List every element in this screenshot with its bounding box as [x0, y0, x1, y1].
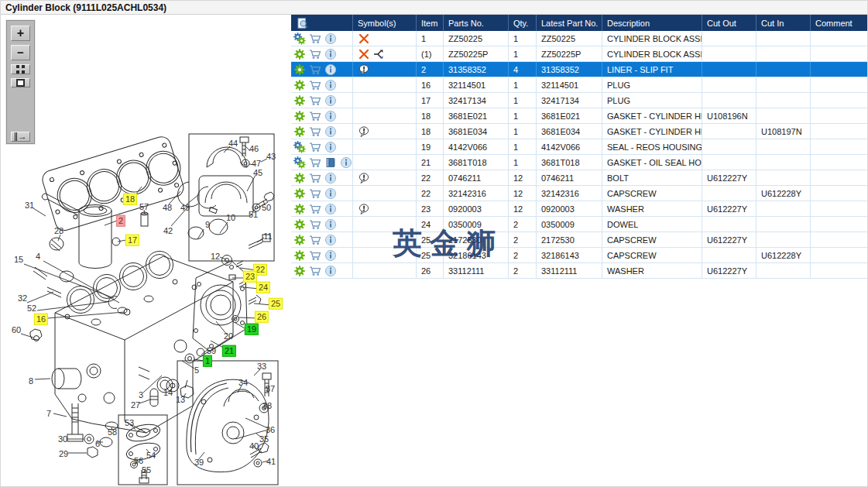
- gear-icon[interactable]: [293, 94, 306, 107]
- part-label-51[interactable]: 51: [247, 210, 259, 220]
- part-label-60[interactable]: 60: [10, 325, 22, 335]
- table-row[interactable]: (1)ZZ50225P1ZZ50225PCYLINDER BLOCK ASSEM…: [291, 46, 868, 62]
- part-label-16[interactable]: 16: [34, 314, 48, 325]
- table-row[interactable]: 24035000920350009DOWEL: [291, 217, 868, 232]
- part-label-46[interactable]: 46: [248, 144, 260, 154]
- cart-icon[interactable]: [309, 141, 321, 153]
- part-label-4[interactable]: 4: [34, 252, 42, 262]
- info-icon[interactable]: [340, 156, 352, 169]
- gear-icon[interactable]: [293, 110, 306, 122]
- part-label-15[interactable]: 15: [12, 255, 25, 265]
- column-header-cut_in[interactable]: Cut In: [756, 15, 811, 31]
- part-label-11[interactable]: 11: [262, 231, 273, 242]
- multi-view-button[interactable]: [11, 64, 30, 74]
- part-label-21[interactable]: 21: [222, 345, 236, 357]
- part-label-48[interactable]: 48: [161, 203, 173, 213]
- table-row[interactable]: 1ZZ502251ZZ50225CYLINDER BLOCK ASSEMB: [291, 31, 868, 46]
- part-label-24[interactable]: 24: [256, 282, 270, 293]
- gear-icon[interactable]: [293, 79, 306, 91]
- info-icon[interactable]: [324, 125, 337, 138]
- info-icon[interactable]: [324, 94, 337, 107]
- column-header-qty[interactable]: Qty.: [509, 15, 537, 31]
- part-label-55[interactable]: 55: [140, 465, 153, 475]
- part-label-33[interactable]: 33: [256, 362, 268, 372]
- part-label-3[interactable]: 3: [137, 390, 145, 400]
- cart-icon[interactable]: [309, 94, 321, 107]
- gears-icon[interactable]: [293, 141, 306, 153]
- table-row[interactable]: 194142V06614142V066SEAL - REOS HOUSING: [291, 139, 868, 155]
- info-icon[interactable]: [324, 265, 337, 277]
- info-icon[interactable]: [324, 249, 337, 262]
- part-label-53[interactable]: 53: [123, 418, 136, 428]
- cart-icon[interactable]: [309, 218, 321, 231]
- table-row[interactable]: 2633112111233112111WASHERU612227Y: [291, 263, 868, 279]
- gear-icon[interactable]: [293, 48, 306, 60]
- part-label-45[interactable]: 45: [252, 168, 264, 178]
- toggle-panel-button[interactable]: [11, 132, 30, 142]
- part-label-38[interactable]: 38: [261, 401, 273, 411]
- part-label-9[interactable]: 9: [204, 220, 211, 230]
- part-label-34[interactable]: 34: [237, 378, 249, 388]
- cart-icon[interactable]: [309, 63, 321, 76]
- part-label-29[interactable]: 29: [57, 449, 70, 459]
- cart-icon[interactable]: [309, 234, 321, 246]
- cart-icon[interactable]: [309, 48, 321, 60]
- part-label-8[interactable]: 8: [27, 376, 35, 386]
- part-label-58[interactable]: 58: [106, 427, 118, 437]
- part-label-44[interactable]: 44: [227, 139, 239, 149]
- cart-icon[interactable]: [309, 249, 321, 262]
- gear-icon[interactable]: [293, 218, 306, 231]
- info-icon[interactable]: [324, 203, 337, 215]
- part-label-10[interactable]: 10: [225, 213, 237, 223]
- gear-icon[interactable]: [293, 203, 306, 215]
- gears-icon[interactable]: [293, 156, 306, 169]
- part-label-54[interactable]: 54: [145, 451, 157, 461]
- column-header-parts_no[interactable]: Parts No.: [444, 15, 509, 31]
- part-label-1[interactable]: 1: [203, 355, 212, 367]
- column-header-cut_out[interactable]: Cut Out: [702, 15, 756, 31]
- table-row[interactable]: 22321423161232142316CAPSCREWU612228Y: [291, 186, 868, 201]
- part-label-37[interactable]: 37: [264, 384, 276, 394]
- part-label-19[interactable]: 19: [245, 324, 259, 335]
- column-header-item[interactable]: Item: [417, 15, 444, 31]
- part-label-7[interactable]: 7: [45, 409, 53, 419]
- part-label-32[interactable]: 32: [16, 293, 29, 304]
- table-row[interactable]: 183681E02113681E021GASKET - CYLINDER HEA…: [291, 108, 868, 124]
- part-label-23[interactable]: 23: [243, 271, 257, 283]
- info-icon[interactable]: [324, 63, 337, 76]
- column-header-comment[interactable]: Comment: [811, 15, 868, 31]
- part-label-43[interactable]: 43: [265, 152, 277, 162]
- single-view-button[interactable]: [11, 78, 30, 87]
- part-label-14[interactable]: 14: [162, 388, 174, 398]
- part-label-17[interactable]: 17: [125, 235, 139, 246]
- cart-icon[interactable]: [309, 172, 321, 184]
- part-label-12[interactable]: 12: [209, 252, 221, 262]
- gear-icon[interactable]: [293, 187, 306, 200]
- info-icon[interactable]: [324, 48, 337, 60]
- gear-icon[interactable]: [293, 234, 306, 246]
- zoom-out-button[interactable]: [11, 45, 30, 60]
- cart-icon[interactable]: [309, 265, 321, 277]
- column-header-latest[interactable]: Latest Part No.: [537, 15, 602, 31]
- table-row[interactable]: 2532186143232186143CAPSCREWU612228Y: [291, 248, 868, 263]
- part-label-49[interactable]: 49: [179, 203, 191, 213]
- part-label-30[interactable]: 30: [57, 434, 69, 444]
- table-row[interactable]: 25217253022172530CAPSCREWU612227Y: [291, 232, 868, 248]
- part-label-5[interactable]: 5: [193, 365, 201, 376]
- cart-icon[interactable]: [309, 156, 321, 169]
- info-icon[interactable]: [324, 187, 337, 200]
- gear-icon[interactable]: [293, 172, 306, 184]
- zoom-in-button[interactable]: [11, 26, 30, 41]
- part-label-57[interactable]: 57: [138, 202, 150, 212]
- cart-icon[interactable]: [309, 125, 321, 138]
- part-label-25[interactable]: 25: [269, 298, 283, 310]
- part-label-50[interactable]: 50: [260, 203, 273, 213]
- part-label-6[interactable]: 6: [94, 439, 101, 449]
- table-row[interactable]: 1732417134132417134PLUG: [291, 93, 868, 108]
- gear-icon[interactable]: [293, 125, 306, 138]
- part-label-18[interactable]: 18: [123, 194, 137, 205]
- info-icon[interactable]: [324, 110, 337, 122]
- cart-icon[interactable]: [309, 110, 321, 122]
- part-label-39[interactable]: 39: [193, 458, 205, 468]
- cart-icon[interactable]: [309, 33, 321, 45]
